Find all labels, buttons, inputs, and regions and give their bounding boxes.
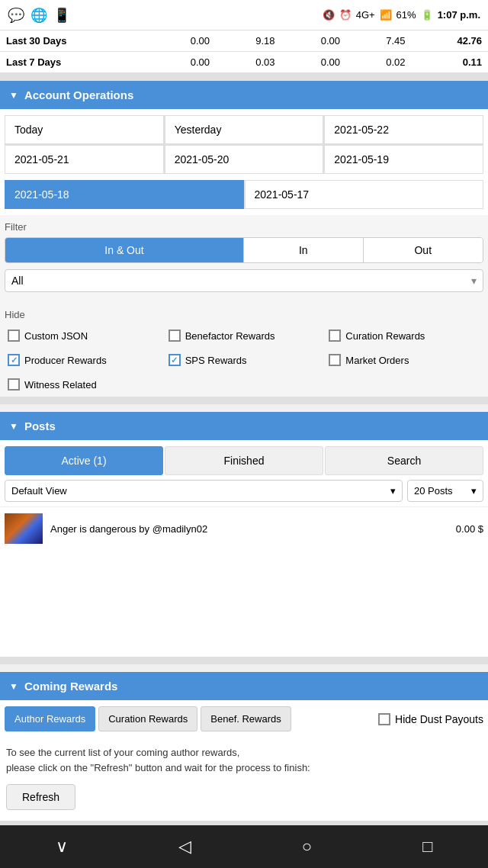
whatsapp-icon: 📱 bbox=[53, 7, 70, 24]
checkbox-custom-json[interactable] bbox=[8, 330, 20, 342]
hide-curation-rewards[interactable]: Curation Rewards bbox=[326, 325, 483, 346]
signal-icon: 📶 bbox=[380, 9, 392, 21]
date-row-bottom: 2021-05-18 2021-05-17 bbox=[5, 180, 483, 209]
label-30days: Last 30 Days bbox=[0, 31, 151, 52]
hide-dust-label: Hide Dust Payouts bbox=[395, 713, 483, 725]
hide-market-orders[interactable]: Market Orders bbox=[326, 349, 483, 371]
hide-custom-json[interactable]: Custom JSON bbox=[5, 325, 162, 346]
coming-rewards-chevron-icon: ▼ bbox=[9, 681, 18, 692]
date-grid-top: Today Yesterday 2021-05-22 2021-05-21 20… bbox=[5, 115, 483, 174]
posts-empty-space bbox=[0, 550, 488, 657]
tab-finished[interactable]: Finished bbox=[165, 446, 323, 475]
total-7days: 0.11 bbox=[411, 52, 488, 73]
label-benefactor-rewards: Benefactor Rewards bbox=[185, 330, 275, 342]
posts-header: ▼ Posts bbox=[0, 412, 488, 440]
tab-in[interactable]: In bbox=[244, 238, 364, 262]
tab-active[interactable]: Active (1) bbox=[5, 446, 163, 475]
tab-benef-rewards[interactable]: Benef. Rewards bbox=[201, 706, 291, 731]
time-display: 1:07 p.m. bbox=[438, 9, 480, 21]
nav-recent-icon[interactable]: □ bbox=[422, 837, 432, 857]
tab-author-rewards[interactable]: Author Rewards bbox=[5, 706, 95, 731]
label-curation-rewards: Curation Rewards bbox=[345, 330, 425, 342]
posts-title: Posts bbox=[24, 420, 56, 432]
rewards-message: To see the current list of your coming a… bbox=[0, 738, 488, 780]
nav-home-icon[interactable]: ○ bbox=[302, 837, 312, 857]
label-producer-rewards: Producer Rewards bbox=[24, 355, 107, 366]
posts-per-page-select[interactable]: 20 Posts ▾ bbox=[407, 480, 483, 502]
summary-row-30days: Last 30 Days 0.00 9.18 0.00 7.45 42.76 bbox=[0, 31, 488, 52]
alarm-icon: ⏰ bbox=[339, 9, 352, 21]
posts-tabs: Active (1) Finished Search bbox=[5, 446, 483, 475]
chevron-down-icon: ▼ bbox=[9, 90, 18, 101]
post-item[interactable]: Anger is dangerous by @madilyn02 0.00 $ bbox=[0, 506, 488, 550]
hide-sps-rewards[interactable]: SPS Rewards bbox=[165, 349, 323, 371]
checkbox-hide-dust[interactable] bbox=[378, 713, 390, 725]
posts-section: ▼ Posts Active (1) Finished Search Defau… bbox=[0, 412, 488, 657]
refresh-button[interactable]: Refresh bbox=[6, 784, 75, 810]
val-30days-3: 0.00 bbox=[281, 31, 346, 52]
checkbox-curation-rewards[interactable] bbox=[329, 330, 341, 342]
filter-label: Filter bbox=[5, 221, 483, 233]
val-30days-2: 9.18 bbox=[216, 31, 281, 52]
filter-section: Filter In & Out In Out All ▾ bbox=[0, 215, 488, 304]
date-2021-05-20[interactable]: 2021-05-20 bbox=[165, 145, 324, 174]
hide-section: Hide Custom JSON Benefactor Rewards Cura… bbox=[0, 304, 488, 397]
battery-label: 61% bbox=[396, 9, 416, 21]
posts-chevron-icon: ▼ bbox=[9, 421, 18, 432]
date-2021-05-21[interactable]: 2021-05-21 bbox=[5, 145, 164, 174]
dropdown-arrow-icon: ▾ bbox=[471, 275, 477, 287]
default-view-select[interactable]: Default View ▾ bbox=[5, 480, 403, 502]
hide-grid: Custom JSON Benefactor Rewards Curation … bbox=[5, 325, 483, 395]
date-2021-05-18[interactable]: 2021-05-18 bbox=[5, 180, 244, 209]
hide-dust-payout-container[interactable]: Hide Dust Payouts bbox=[378, 713, 483, 725]
tab-out[interactable]: Out bbox=[364, 238, 483, 262]
coming-rewards-header: ▼ Coming Rewards bbox=[0, 672, 488, 700]
date-2021-05-19[interactable]: 2021-05-19 bbox=[324, 145, 483, 174]
date-2021-05-22[interactable]: 2021-05-22 bbox=[324, 115, 483, 144]
posts-per-page-label: 20 Posts bbox=[414, 485, 453, 497]
tab-in-out[interactable]: In & Out bbox=[5, 238, 244, 262]
summary-table: Last 30 Days 0.00 9.18 0.00 7.45 42.76 L… bbox=[0, 31, 488, 73]
val-7days-4: 0.02 bbox=[346, 52, 411, 73]
hide-label: Hide bbox=[5, 309, 483, 320]
hide-benefactor-rewards[interactable]: Benefactor Rewards bbox=[165, 325, 323, 346]
filter-tabs: In & Out In Out bbox=[5, 237, 483, 263]
status-bar: 💬 🌐 📱 🔇 ⏰ 4G+ 📶 61% 🔋 1:07 p.m. bbox=[0, 0, 488, 31]
nav-down-icon[interactable]: ∨ bbox=[56, 837, 68, 857]
val-7days-2: 0.03 bbox=[216, 52, 281, 73]
date-today[interactable]: Today bbox=[5, 115, 164, 144]
checkbox-producer-rewards[interactable] bbox=[8, 354, 20, 366]
checkbox-market-orders[interactable] bbox=[329, 354, 341, 366]
battery-icon: 🔋 bbox=[421, 9, 433, 21]
checkbox-benefactor-rewards[interactable] bbox=[169, 330, 181, 342]
label-witness-related: Witness Related bbox=[24, 379, 97, 391]
hide-witness-related[interactable]: Witness Related bbox=[5, 374, 162, 395]
checkbox-sps-rewards[interactable] bbox=[169, 354, 181, 366]
post-value: 0.00 $ bbox=[456, 523, 483, 535]
total-30days: 42.76 bbox=[411, 31, 488, 52]
date-yesterday[interactable]: Yesterday bbox=[165, 115, 324, 144]
post-title: Anger is dangerous by @madilyn02 bbox=[50, 523, 448, 535]
val-7days-3: 0.00 bbox=[281, 52, 346, 73]
checkbox-witness-related[interactable] bbox=[8, 378, 20, 391]
coming-rewards-title: Coming Rewards bbox=[24, 680, 118, 693]
label-sps-rewards: SPS Rewards bbox=[185, 355, 247, 366]
rewards-tabs: Author Rewards Curation Rewards Benef. R… bbox=[0, 700, 488, 738]
val-7days-1: 0.00 bbox=[151, 52, 216, 73]
tab-search[interactable]: Search bbox=[325, 446, 483, 475]
status-bar-left: 💬 🌐 📱 bbox=[8, 7, 70, 24]
coming-rewards-section: ▼ Coming Rewards Author Rewards Curation… bbox=[0, 672, 488, 821]
chat-icon: 💬 bbox=[8, 7, 24, 24]
rewards-message-text: To see the current list of your coming a… bbox=[6, 747, 310, 773]
all-filter-value: All bbox=[11, 275, 24, 287]
val-30days-1: 0.00 bbox=[151, 31, 216, 52]
all-filter-select[interactable]: All ▾ bbox=[5, 269, 483, 292]
mute-icon: 🔇 bbox=[323, 9, 335, 21]
nav-back-icon[interactable]: ◁ bbox=[178, 837, 191, 857]
summary-row-7days: Last 7 Days 0.00 0.03 0.00 0.02 0.11 bbox=[0, 52, 488, 73]
tab-curation-rewards[interactable]: Curation Rewards bbox=[98, 706, 197, 731]
status-bar-right: 🔇 ⏰ 4G+ 📶 61% 🔋 1:07 p.m. bbox=[323, 9, 480, 21]
hide-producer-rewards[interactable]: Producer Rewards bbox=[5, 349, 162, 371]
default-view-label: Default View bbox=[11, 485, 67, 497]
date-2021-05-17[interactable]: 2021-05-17 bbox=[245, 180, 484, 209]
